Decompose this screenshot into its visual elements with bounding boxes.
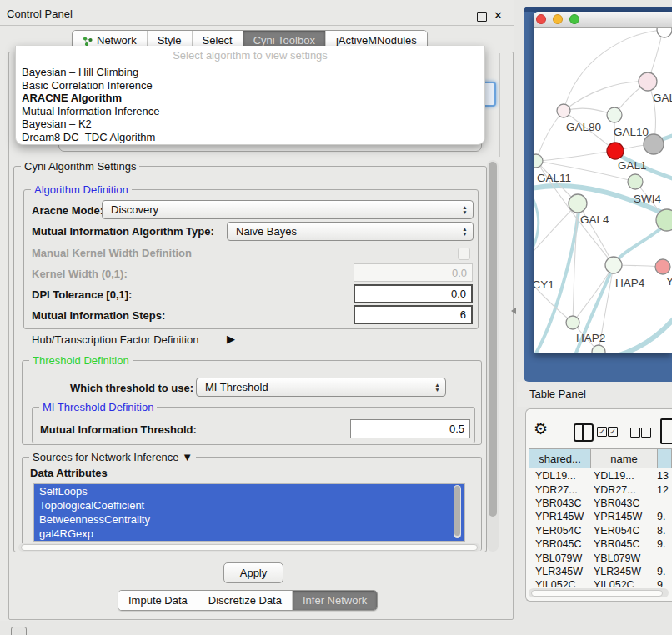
unchecked-box-icon[interactable]	[641, 428, 651, 438]
traffic-light-close-icon[interactable]	[536, 14, 546, 24]
which-threshold-value: MI Threshold	[205, 381, 268, 393]
network-node[interactable]	[655, 259, 670, 274]
table-cell: YLR345W	[529, 566, 590, 578]
algorithm-option[interactable]: Mutual Information Inference	[16, 105, 484, 118]
table-row[interactable]: YER054CYER054C8.	[529, 524, 672, 538]
algorithm-option[interactable]: Dream8 DC_TDC Algorithm	[16, 131, 484, 144]
tab-label: Network	[97, 34, 137, 47]
column-header-extra[interactable]	[657, 448, 672, 468]
algorithm-option[interactable]: Bayesian – K2	[16, 118, 484, 131]
network-edge[interactable]	[564, 82, 648, 111]
table-row[interactable]: YBL079WYBL079W	[529, 551, 672, 564]
network-node[interactable]	[607, 142, 624, 159]
table-cell: YER054C	[529, 525, 590, 537]
table-cell: YDR27...	[590, 484, 655, 496]
dpi-tolerance-field[interactable]: 0.0	[354, 284, 473, 303]
network-node[interactable]	[628, 174, 643, 189]
aracne-mode-label: Aracne Mode:	[32, 204, 103, 217]
data-attribute-item[interactable]: TopologicalCoefficient	[34, 498, 464, 512]
checked-box-icon[interactable]	[597, 427, 607, 437]
data-attribute-item[interactable]: gal4RGexp	[34, 527, 464, 541]
unchecked-box-icon[interactable]	[630, 428, 640, 438]
network-node-label: GAL	[653, 92, 672, 104]
tab-infer-network[interactable]: Infer Network	[292, 591, 377, 610]
table-cell: YER054C	[590, 525, 655, 537]
kernel-width-label: Kernel Width (0,1):	[32, 268, 128, 280]
column-header-name[interactable]: name	[590, 448, 658, 468]
network-edge[interactable]	[573, 203, 578, 322]
algorithm-option[interactable]: Basic Correlation Inference	[16, 79, 484, 92]
table-row[interactable]: YDR27...YDR27...12	[529, 482, 672, 496]
network-graph-canvas[interactable]: GALGAL80GAL10GAL1GAL11SWI4GAL4GCY1HAP4YH…	[534, 28, 672, 353]
network-edge[interactable]	[564, 30, 663, 111]
attributes-scrollbar-thumb[interactable]	[454, 486, 460, 536]
close-icon[interactable]	[494, 9, 503, 22]
mi-steps-field[interactable]: 6	[354, 305, 473, 324]
kernel-width-field[interactable]: 0.0	[354, 263, 473, 282]
table-row[interactable]: YBR043CYBR043C	[529, 497, 672, 510]
table-row[interactable]: YPR145WYPR145W9.	[529, 510, 672, 523]
algorithm-option[interactable]: ARACNE Algorithm	[16, 92, 484, 105]
network-node[interactable]	[605, 257, 622, 273]
dpi-tolerance-label: DPI Tolerance [0,1]:	[32, 288, 132, 301]
network-node[interactable]	[534, 154, 543, 168]
tab-discretize-data[interactable]: Discretize Data	[198, 591, 292, 610]
table-row[interactable]: YBR045CYBR045C9.	[529, 538, 672, 551]
network-node[interactable]	[566, 316, 579, 329]
spinner-arrows-icon[interactable]	[457, 201, 473, 218]
table-cell: YPR145W	[590, 511, 655, 522]
expand-arrow-icon[interactable]: ▶	[227, 332, 235, 345]
network-node[interactable]	[569, 194, 587, 212]
which-threshold-combo[interactable]: MI Threshold	[196, 378, 446, 397]
panel-splitter-arrow[interactable]	[511, 308, 516, 314]
table-cell: YDL19...	[529, 470, 590, 482]
settings-hscrollbar-thumb[interactable]	[21, 544, 478, 551]
tab-label: Infer Network	[303, 594, 367, 607]
algorithm-option[interactable]: Bayesian – Hill Climbing	[16, 66, 484, 79]
table-cell: YDL19...	[590, 470, 655, 482]
data-attribute-item[interactable]: SelfLoops	[34, 484, 464, 498]
network-edge[interactable]	[536, 151, 615, 161]
table-row[interactable]: YDL19...YDL19...13	[529, 469, 672, 482]
network-node[interactable]	[639, 72, 657, 91]
settings-scrollbar-thumb[interactable]	[489, 162, 497, 517]
aracne-mode-combo[interactable]: Discovery	[102, 200, 474, 219]
network-node-label: SWI4	[634, 192, 661, 205]
checked-box-icon[interactable]	[608, 427, 618, 437]
spinner-arrows-icon[interactable]	[429, 378, 445, 396]
document-icon[interactable]	[660, 418, 672, 444]
collapse-arrow-icon[interactable]: ▼	[182, 451, 193, 463]
network-node[interactable]	[656, 209, 672, 231]
table-row[interactable]: YIL052CYIL052C9.	[529, 578, 672, 587]
control-panel-titlebar: Control Panel	[0, 3, 514, 26]
data-attribute-item[interactable]: BetweennessCentrality	[34, 512, 464, 527]
table-cell: YBL079W	[529, 552, 590, 564]
table-hscrollbar-thumb[interactable]	[531, 590, 663, 597]
gear-icon[interactable]	[534, 419, 548, 438]
traffic-light-zoom-icon[interactable]	[569, 14, 579, 24]
network-node[interactable]	[557, 104, 570, 118]
traffic-light-minimize-icon[interactable]	[553, 14, 563, 24]
network-node[interactable]	[607, 108, 622, 122]
collapsed-panel-icon[interactable]	[11, 627, 27, 635]
manual-kernel-checkbox[interactable]	[458, 248, 470, 260]
network-edge[interactable]	[534, 194, 539, 272]
table-cell: YBR045C	[529, 538, 590, 550]
mi-threshold-field[interactable]: 0.5	[350, 419, 470, 438]
columns-icon[interactable]	[574, 423, 594, 442]
network-node-label: HAP2	[576, 332, 605, 344]
network-window-titlebar[interactable]	[534, 12, 672, 28]
network-node-label: GAL80	[566, 121, 601, 133]
column-header-shared[interactable]: shared...	[529, 448, 591, 468]
network-node[interactable]	[657, 28, 672, 38]
network-node[interactable]	[592, 345, 605, 353]
cyni-bottom-tab-bar: Impute DataDiscretize DataInfer Network	[118, 590, 378, 611]
hub-definition-label[interactable]: Hub/Transcription Factor Definition	[32, 333, 198, 346]
apply-button[interactable]: Apply	[223, 562, 283, 583]
tab-impute-data[interactable]: Impute Data	[118, 591, 198, 610]
network-edge[interactable]	[536, 111, 564, 161]
mi-type-combo[interactable]: Naive Bayes	[227, 222, 474, 241]
table-row[interactable]: YLR345WYLR345W9.	[529, 565, 672, 578]
float-window-icon[interactable]	[477, 12, 487, 22]
spinner-arrows-icon[interactable]	[457, 222, 473, 240]
